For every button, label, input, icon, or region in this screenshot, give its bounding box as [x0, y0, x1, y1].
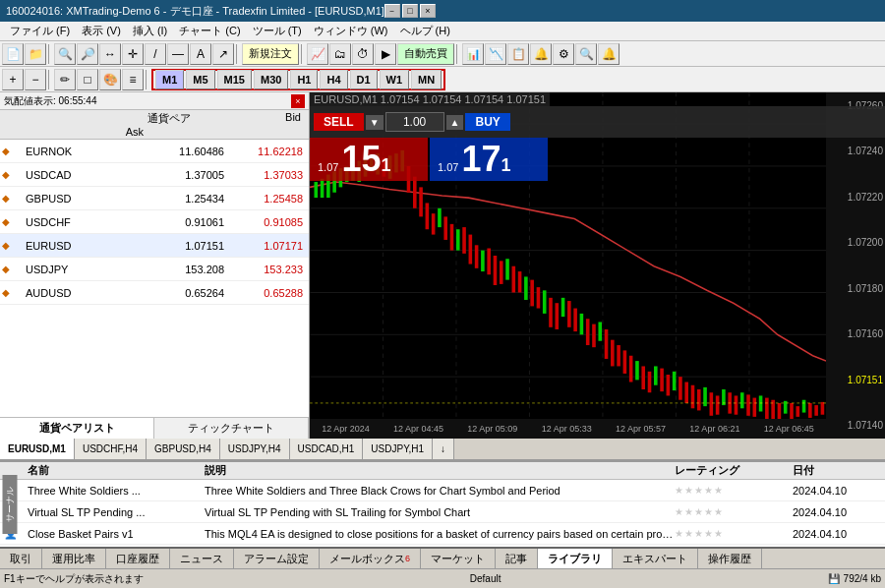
- currency-table: 通貨ペア Bid Ask ◆ EURNOK 11.60486 11.62218 …: [0, 110, 309, 417]
- tf-w1[interactable]: W1: [380, 70, 410, 89]
- text-button[interactable]: A: [190, 43, 211, 65]
- lot-input[interactable]: [385, 112, 444, 132]
- table-row[interactable]: ◆ USDJPY 153.208 153.233: [0, 258, 309, 281]
- color-btn[interactable]: 🎨: [99, 69, 121, 90]
- hline-button[interactable]: —: [167, 43, 189, 65]
- chart-symbol-label: EURUSD,M1 1.07154 1.07154 1.07154 1.0715…: [314, 93, 546, 105]
- btab-alarm[interactable]: アラーム設定: [234, 549, 320, 568]
- buy-button[interactable]: BUY: [465, 113, 509, 131]
- chart-area[interactable]: EURUSD,M1 1.07154 1.07154 1.07154 1.0715…: [310, 92, 885, 439]
- btab-ratio[interactable]: 運用比率: [42, 549, 106, 568]
- btab-expert[interactable]: エキスパート: [613, 549, 698, 568]
- list-item[interactable]: 👤 Three White Soldiers ... Three White S…: [0, 480, 885, 501]
- table-row[interactable]: ◆ GBPUSD 1.25434 1.25458: [0, 187, 309, 210]
- zoom-out-button[interactable]: 🔎: [77, 43, 98, 65]
- btab-library[interactable]: ライブラリ: [538, 549, 613, 568]
- btab-operations[interactable]: 操作履歴: [698, 549, 762, 568]
- auto-trade-button[interactable]: 自動売買: [397, 43, 454, 65]
- add-indicator-btn[interactable]: +: [2, 69, 24, 90]
- tab-tick-chart[interactable]: ティックチャート: [154, 418, 309, 439]
- svg-rect-52: [555, 303, 559, 329]
- svg-rect-90: [790, 403, 794, 419]
- price-label-7: 1.07140: [828, 420, 883, 431]
- chart-tab-1[interactable]: USDCHF,H4: [75, 439, 147, 459]
- open-button[interactable]: 📁: [25, 43, 46, 65]
- bid-6: 0.65264: [149, 287, 228, 299]
- btab-articles[interactable]: 記事: [496, 549, 538, 568]
- scroll-button[interactable]: ↔: [99, 43, 121, 65]
- close-button[interactable]: ×: [420, 4, 436, 18]
- tf-m15[interactable]: M15: [217, 70, 252, 89]
- chart-tab-0[interactable]: EURUSD,M1: [0, 439, 75, 459]
- menu-tools[interactable]: ツール (T): [247, 23, 308, 39]
- mailbox-count-badge: 6: [405, 554, 410, 563]
- width-btn[interactable]: ≡: [122, 69, 144, 90]
- btab-news[interactable]: ニュース: [170, 549, 234, 568]
- chart-btn-2[interactable]: 📉: [485, 43, 506, 65]
- time-label-2: 12 Apr 05:09: [467, 424, 517, 434]
- tf-m30[interactable]: M30: [254, 70, 288, 89]
- lot-down-button[interactable]: ▼: [366, 115, 384, 130]
- search-button[interactable]: 🔍: [575, 43, 597, 65]
- btab-market[interactable]: マーケット: [421, 549, 496, 568]
- new-order-button[interactable]: 新規注文: [242, 43, 299, 65]
- tf-h4[interactable]: H4: [320, 70, 347, 89]
- menu-insert[interactable]: 挿入 (I): [127, 23, 173, 39]
- crosshair-button[interactable]: ✛: [122, 43, 144, 65]
- table-row[interactable]: ◆ EURNOK 11.60486 11.62218: [0, 140, 309, 163]
- menu-view[interactable]: 表示 (V): [76, 23, 127, 39]
- menu-file[interactable]: ファイル (F): [4, 23, 76, 39]
- draw-btn[interactable]: ✏: [54, 69, 76, 90]
- zoom-in-button[interactable]: 🔍: [54, 43, 76, 65]
- chart-tab-5[interactable]: USDJPY,H1: [363, 439, 433, 459]
- chart-btn-4[interactable]: 🔔: [530, 43, 552, 65]
- close-panel-button[interactable]: ×: [291, 94, 305, 108]
- tf-mn[interactable]: MN: [411, 70, 442, 89]
- chart-btn-1[interactable]: 📊: [462, 43, 484, 65]
- line-button[interactable]: /: [145, 43, 166, 65]
- svg-rect-55: [573, 309, 577, 332]
- arrow-button[interactable]: ↗: [212, 43, 234, 65]
- template-btn[interactable]: 🗂: [329, 43, 351, 65]
- tf-m1[interactable]: M1: [155, 70, 184, 89]
- time-label-3: 12 Apr 05:33: [542, 424, 592, 434]
- menu-chart[interactable]: チャート (C): [173, 23, 246, 39]
- pair-name-2: GBPUSD: [26, 193, 149, 205]
- minimize-button[interactable]: －: [384, 4, 400, 18]
- btab-trading[interactable]: 取引: [0, 549, 42, 568]
- tab-currency-pairs[interactable]: 通貨ペアリスト: [0, 418, 154, 439]
- new-chart-button[interactable]: 📄: [2, 43, 24, 65]
- menu-help[interactable]: ヘルプ (H): [394, 23, 456, 39]
- price-label-6: 1.07151: [828, 375, 883, 385]
- svg-rect-85: [759, 395, 763, 411]
- notification-button[interactable]: 🔔: [598, 43, 620, 65]
- profile-label: Default: [470, 573, 502, 584]
- remove-btn[interactable]: −: [25, 69, 46, 90]
- chart-btn-3[interactable]: 📋: [507, 43, 529, 65]
- chart-tab-4[interactable]: USDCAD,H1: [290, 439, 364, 459]
- maximize-button[interactable]: □: [402, 4, 418, 18]
- list-item[interactable]: 👤 Close Basket Pairs v1 This MQL4 EA is …: [0, 523, 885, 545]
- tf-h1[interactable]: H1: [290, 70, 318, 89]
- chart-tab-2[interactable]: GBPUSD,H4: [147, 439, 220, 459]
- sell-button[interactable]: SELL: [314, 113, 364, 131]
- btab-history[interactable]: 口座履歴: [106, 549, 170, 568]
- table-row[interactable]: ◆ AUDUSD 0.65264 0.65288: [0, 281, 309, 305]
- tf-m5[interactable]: M5: [186, 70, 214, 89]
- tester-btn[interactable]: ▶: [375, 43, 396, 65]
- chart-btn-5[interactable]: ⚙: [553, 43, 574, 65]
- list-item[interactable]: 👤 Virtual SL TP Pending ... Virtual SL T…: [0, 501, 885, 523]
- chart-tab-3[interactable]: USDJPY,H4: [220, 439, 290, 459]
- table-row[interactable]: ◆ USDCAD 1.37005 1.37033: [0, 163, 309, 187]
- period-btn[interactable]: ⏱: [352, 43, 374, 65]
- shape-btn[interactable]: □: [77, 69, 98, 90]
- indicator-btn[interactable]: 📈: [307, 43, 328, 65]
- table-row[interactable]: ◆ EURUSD 1.07151 1.07171: [0, 234, 309, 258]
- chart-tab-more[interactable]: ↓: [433, 439, 454, 459]
- menu-window[interactable]: ウィンドウ (W): [308, 23, 394, 39]
- table-row[interactable]: ◆ USDCHF 0.91061 0.91085: [0, 210, 309, 234]
- lot-up-button[interactable]: ▲: [446, 115, 464, 130]
- btab-mailbox[interactable]: メールボックス6: [320, 549, 421, 568]
- svg-rect-74: [691, 385, 695, 409]
- tf-d1[interactable]: D1: [350, 70, 378, 89]
